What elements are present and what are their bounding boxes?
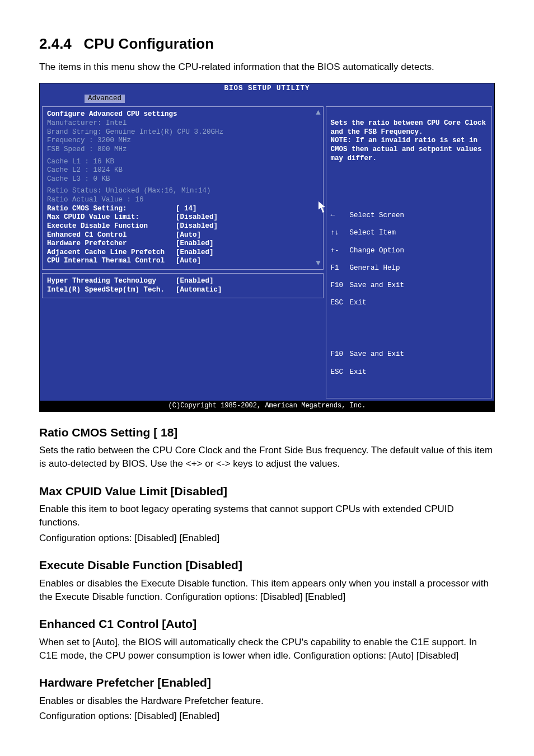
setting-label: Max CPUID Value Limit: xyxy=(47,213,176,222)
setting-value: [Auto] xyxy=(176,231,201,240)
scroll-down-icon[interactable]: ▼ xyxy=(316,259,320,269)
cpu-manufacturer: Manufacturer: Intel xyxy=(47,119,318,128)
cache-l1: Cache L1 : 16 KB xyxy=(47,158,318,167)
setting-value: [Enabled] xyxy=(176,248,214,257)
key-icon: F10 xyxy=(331,350,350,359)
key-desc: Select Item xyxy=(350,229,396,238)
key-icon: F1 xyxy=(331,264,350,273)
bios-tab-row: Advanced xyxy=(40,95,494,105)
setting-value: [ 14] xyxy=(176,205,197,214)
bios-panel-secondary: Hyper Threading Technology [Enabled] Int… xyxy=(42,273,324,298)
setting-label: Hyper Threading Technology xyxy=(47,277,176,286)
subsection-heading: Enhanced C1 Control [Auto] xyxy=(39,616,495,632)
setting-label: Ratio CMOS Setting: xyxy=(47,205,176,214)
cache-l2: Cache L2 : 1024 KB xyxy=(47,166,318,175)
bios-key-legend-2: F10Save and Exit ESCExit xyxy=(331,342,487,386)
bios-copyright: (C)Copyright 1985-2002, American Megatre… xyxy=(40,401,494,411)
ratio-status: Ratio Status: Unlocked (Max:16, Min:14) xyxy=(47,187,318,196)
paragraph: When set to [Auto], the BIOS will automa… xyxy=(39,636,495,663)
setting-row[interactable]: CPU Internal Thermal Control [Auto] xyxy=(47,257,318,266)
paragraph: Enable this item to boot legacy operatin… xyxy=(39,503,495,529)
setting-label: Hardware Prefetcher xyxy=(47,240,176,248)
bios-left-pane: ▲ Configure Advanced CPU settings Manufa… xyxy=(42,106,324,398)
bios-help-pane: Sets the ratio between CPU Core Clock an… xyxy=(326,106,492,398)
paragraph: Configuration options: [Disabled] [Enabl… xyxy=(39,710,495,723)
paragraph: Enables or disables the Execute Disable … xyxy=(39,577,495,604)
setting-row[interactable]: Adjacent Cache Line Prefetch [Enabled] xyxy=(47,248,318,257)
subsection-heading: Ratio CMOS Setting [ 18] xyxy=(39,424,495,440)
key-desc: Exit xyxy=(350,368,367,377)
bios-panel-main: ▲ Configure Advanced CPU settings Manufa… xyxy=(42,106,324,270)
setting-row[interactable]: Hardware Prefetcher [Enabled] xyxy=(47,240,318,248)
key-desc: Exit xyxy=(350,299,367,308)
setting-value: [Auto] xyxy=(176,257,201,266)
key-desc: Change Option xyxy=(350,247,405,256)
key-desc: Save and Exit xyxy=(350,350,405,359)
setting-label: Adjacent Cache Line Prefetch xyxy=(47,248,176,257)
setting-row[interactable]: Execute Disable Function [Disabled] xyxy=(47,222,318,231)
paragraph: Sets the ratio between the CPU Core Cloc… xyxy=(39,444,495,471)
key-icon: ↑↓ xyxy=(331,229,350,238)
setting-value: [Disabled] xyxy=(176,222,218,231)
cpu-frequency: Frequency : 3200 MHz xyxy=(47,137,318,145)
key-desc: Save and Exit xyxy=(350,281,405,290)
setting-row[interactable]: Hyper Threading Technology [Enabled] xyxy=(47,277,318,286)
section-heading: 2.4.4 CPU Configuration xyxy=(39,34,495,54)
setting-value: [Disabled] xyxy=(176,213,218,222)
key-icon: +- xyxy=(331,247,350,256)
setting-label: Execute Disable Function xyxy=(47,222,176,231)
setting-row[interactable]: Ratio CMOS Setting: [ 14] xyxy=(47,205,318,214)
paragraph: Enables or disables the Hardware Prefetc… xyxy=(39,694,495,708)
cpu-fsb: FSB Speed : 800 MHz xyxy=(47,145,318,154)
setting-label: Enhanced C1 Control xyxy=(47,231,176,240)
key-desc: General Help xyxy=(350,264,400,273)
setting-row[interactable]: Max CPUID Value Limit: [Disabled] xyxy=(47,213,318,222)
key-icon: ← xyxy=(331,212,350,220)
setting-value: [Automatic] xyxy=(176,286,222,295)
scroll-up-icon[interactable]: ▲ xyxy=(316,108,320,118)
ratio-actual: Ratio Actual Value : 16 xyxy=(47,196,318,205)
bios-key-legend: ←Select Screen ↑↓Select Item +-Change Op… xyxy=(331,203,487,316)
subsection-heading: Max CPUID Value Limit [Disabled] xyxy=(39,483,495,499)
bios-title: BIOS SETUP UTILITY xyxy=(40,83,494,95)
bios-screenshot: BIOS SETUP UTILITY Advanced ▲ Configure … xyxy=(39,83,495,411)
key-icon: ESC xyxy=(331,299,350,308)
subsection-heading: Execute Disable Function [Disabled] xyxy=(39,557,495,573)
setting-row[interactable]: Enhanced C1 Control [Auto] xyxy=(47,231,318,240)
paragraph: Configuration options: [Disabled] [Enabl… xyxy=(39,532,495,545)
cache-l3: Cache L3 : 0 KB xyxy=(47,175,318,184)
intro-paragraph: The items in this menu show the CPU-rela… xyxy=(39,60,495,74)
key-icon: F10 xyxy=(331,281,350,290)
setting-row[interactable]: Intel(R) SpeedStep(tm) Tech. [Automatic] xyxy=(47,286,318,295)
cpu-brand: Brand String: Genuine Intel(R) CPU 3.20G… xyxy=(47,128,318,137)
setting-label: CPU Internal Thermal Control xyxy=(47,257,176,266)
setting-label: Intel(R) SpeedStep(tm) Tech. xyxy=(47,286,176,295)
section-title: CPU Configuration xyxy=(84,35,214,52)
key-icon: ESC xyxy=(331,368,350,377)
bios-tab-advanced[interactable]: Advanced xyxy=(85,95,125,104)
panel-title: Configure Advanced CPU settings xyxy=(47,110,318,119)
setting-value: [Enabled] xyxy=(176,277,214,286)
section-number: 2.4.4 xyxy=(39,35,72,52)
help-text: Sets the ratio between CPU Core Clock an… xyxy=(331,119,487,163)
key-desc: Select Screen xyxy=(350,212,405,220)
setting-value: [Enabled] xyxy=(176,240,214,248)
subsection-heading: Hardware Prefetcher [Enabled] xyxy=(39,674,495,691)
